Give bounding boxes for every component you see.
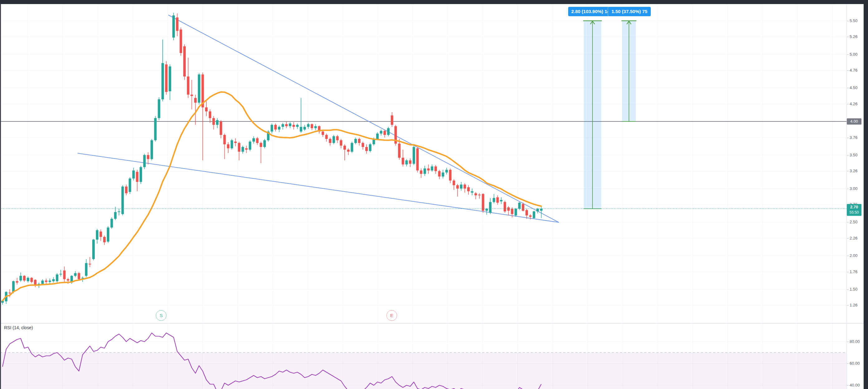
price-tick-label[interactable]: 5.50 xyxy=(849,18,858,24)
price-range-box-1[interactable] xyxy=(583,21,602,209)
left-edge-border xyxy=(0,4,1,389)
tick-mark xyxy=(847,70,849,71)
top-toolbar xyxy=(0,0,868,4)
tick-mark xyxy=(847,385,849,386)
tick-mark xyxy=(847,37,849,37)
pane-divider[interactable] xyxy=(0,323,864,324)
candlestick-series xyxy=(1,13,542,304)
price-tick-label[interactable]: 5.00 xyxy=(849,52,858,57)
tick-mark xyxy=(847,55,849,55)
rsi-overbought-band xyxy=(0,353,846,389)
tick-mark xyxy=(847,104,849,104)
right-panel-strip xyxy=(864,0,868,389)
grid-lines xyxy=(0,3,846,389)
current-price-value: 2.70 xyxy=(847,204,862,210)
tick-mark xyxy=(847,88,849,88)
price-tick-label[interactable]: 1.50 xyxy=(849,287,858,292)
price-tick-label[interactable]: 1.26 xyxy=(849,302,858,308)
trendline-1[interactable] xyxy=(168,15,559,222)
moving-average-line xyxy=(2,92,541,300)
price-tick-label[interactable]: 2.00 xyxy=(849,253,858,259)
tick-mark xyxy=(847,138,849,138)
price-tick-label[interactable]: 4.50 xyxy=(849,85,858,91)
chart-canvas[interactable] xyxy=(0,0,868,389)
tick-mark xyxy=(847,342,849,342)
price-tick-label[interactable]: 3.76 xyxy=(849,135,858,140)
rsi-indicator-label[interactable]: RSI (14, close) xyxy=(4,325,33,330)
price-tick-label[interactable]: 2.50 xyxy=(849,219,858,225)
current-price-badge: 2.70 55:50 xyxy=(847,204,862,216)
tick-mark xyxy=(847,222,849,222)
tick-mark xyxy=(847,256,849,256)
price-tick-label[interactable]: 4.76 xyxy=(849,68,858,73)
tick-mark xyxy=(847,363,849,364)
tick-mark xyxy=(847,289,849,290)
level-price-badge: 4.00 xyxy=(847,118,862,125)
bar-countdown: 55:50 xyxy=(847,210,862,215)
tick-mark xyxy=(847,21,849,21)
measurement-boxes[interactable] xyxy=(583,21,637,209)
tick-mark xyxy=(847,171,849,171)
price-tick-label[interactable]: 3.00 xyxy=(849,186,858,192)
tick-mark xyxy=(847,238,849,238)
rsi-tick-label[interactable]: 40.00 xyxy=(849,383,860,388)
price-tick-label[interactable]: 3.26 xyxy=(849,168,858,174)
measure-label-1[interactable]: 2.80 (103.90%) 14 xyxy=(568,7,611,16)
chart-window: 5.505.265.004.764.504.264.003.763.503.26… xyxy=(0,0,868,389)
price-tick-label[interactable]: 4.26 xyxy=(849,101,858,107)
marker-e[interactable]: E xyxy=(386,310,397,321)
price-tick-label[interactable]: 1.76 xyxy=(849,269,858,275)
marker-s[interactable]: S xyxy=(156,310,166,321)
tick-mark xyxy=(847,272,849,272)
price-tick-label[interactable]: 2.26 xyxy=(849,235,858,241)
price-tick-label[interactable]: 5.26 xyxy=(849,34,858,39)
price-axis-border xyxy=(846,4,847,389)
rsi-tick-label[interactable]: 60.00 xyxy=(849,361,860,366)
price-tick-label[interactable]: 3.50 xyxy=(849,152,858,158)
tick-mark xyxy=(847,305,849,305)
rsi-tick-label[interactable]: 80.00 xyxy=(849,339,860,345)
price-range-box-2[interactable] xyxy=(621,21,637,122)
measure-label-2[interactable]: 1.50 (37.50%) 75 xyxy=(608,7,651,16)
trendlines[interactable] xyxy=(78,15,559,222)
tick-mark xyxy=(847,189,849,189)
